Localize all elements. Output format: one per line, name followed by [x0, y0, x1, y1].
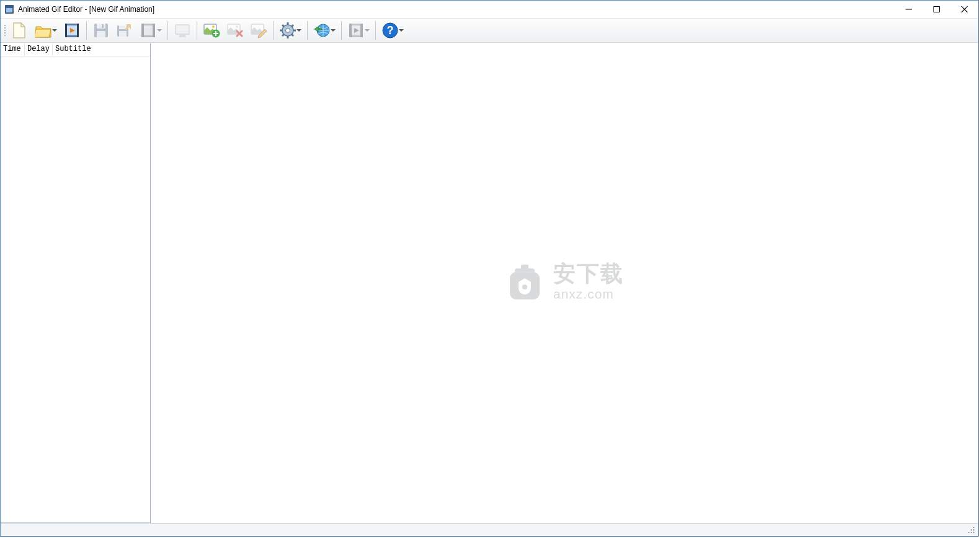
minimize-button[interactable] — [894, 1, 922, 18]
frame-list-header: Time Delay Subtitle — [1, 43, 150, 56]
preview-button[interactable] — [171, 19, 194, 42]
save-button[interactable] — [90, 19, 112, 42]
film-import-icon — [63, 22, 81, 39]
save-icon — [92, 22, 110, 39]
svg-rect-49 — [973, 529, 974, 531]
toolbar: ? — [1, 19, 978, 43]
frame-list-body[interactable] — [1, 56, 150, 522]
svg-rect-44 — [521, 264, 528, 269]
toolbar-separator — [307, 21, 308, 40]
close-button[interactable] — [950, 1, 978, 18]
watermark-cn: 安下载 — [553, 262, 624, 285]
watermark-badge-icon — [505, 259, 545, 303]
edit-frame-button[interactable] — [247, 19, 270, 42]
folder-open-icon — [35, 22, 52, 39]
column-header-subtitle[interactable]: Subtitle — [53, 43, 150, 56]
export-video-button[interactable] — [137, 19, 164, 42]
chevron-down-icon — [52, 22, 57, 39]
toolbar-separator — [167, 21, 168, 40]
svg-rect-47 — [973, 532, 974, 533]
window-title: Animated Gif Editor - [New Gif Animation… — [18, 5, 894, 14]
app-icon — [4, 4, 14, 14]
svg-rect-50 — [968, 532, 969, 533]
titlebar: Animated Gif Editor - [New Gif Animation… — [1, 1, 978, 19]
gear-icon — [279, 22, 296, 39]
image-delete-icon — [226, 22, 244, 39]
watermark-domain: anxz.com — [553, 287, 624, 300]
svg-rect-3 — [906, 9, 912, 10]
save-as-button[interactable] — [114, 19, 136, 42]
new-button[interactable] — [9, 19, 31, 42]
chevron-down-icon — [399, 22, 404, 39]
toolbar-separator — [341, 21, 342, 40]
svg-rect-52 — [973, 527, 974, 528]
svg-rect-2 — [6, 6, 12, 8]
add-frame-button[interactable] — [200, 19, 223, 42]
statusbar — [1, 523, 978, 536]
delete-frame-button[interactable] — [224, 19, 246, 42]
watermark-text: 安下载 anxz.com — [553, 262, 624, 300]
open-button[interactable] — [32, 19, 60, 42]
canvas-panel[interactable]: 安下载 anxz.com — [151, 43, 978, 523]
window-controls — [894, 1, 978, 18]
toolbar-separator — [375, 21, 376, 40]
chevron-down-icon — [331, 22, 336, 39]
help-icon — [381, 22, 399, 39]
toolbar-grip[interactable] — [3, 21, 7, 40]
import-video-button[interactable] — [61, 19, 83, 42]
chevron-down-icon — [296, 22, 301, 39]
new-file-icon — [11, 22, 29, 39]
toolbar-separator — [273, 21, 274, 40]
settings-button[interactable] — [277, 19, 304, 42]
preview-icon — [174, 22, 191, 39]
image-add-icon — [203, 22, 220, 39]
web-button[interactable] — [311, 19, 338, 42]
svg-rect-4 — [933, 7, 939, 12]
column-header-delay[interactable]: Delay — [25, 43, 53, 56]
film-export-icon — [140, 22, 157, 39]
image-edit-icon — [250, 22, 267, 39]
svg-point-46 — [522, 284, 527, 289]
globe-arrow-icon — [313, 22, 331, 39]
content-area: Time Delay Subtitle 安下载 — [1, 43, 978, 523]
svg-rect-48 — [971, 532, 972, 533]
frame-list-panel: Time Delay Subtitle — [1, 43, 151, 523]
play-button[interactable] — [345, 19, 372, 42]
help-button[interactable] — [379, 19, 406, 42]
app-window: Animated Gif Editor - [New Gif Animation… — [0, 0, 979, 537]
resize-grip[interactable] — [967, 526, 976, 534]
watermark: 安下载 anxz.com — [505, 259, 624, 303]
svg-rect-51 — [971, 529, 972, 531]
film-play-icon — [347, 22, 365, 39]
toolbar-separator — [197, 21, 197, 40]
chevron-down-icon — [157, 22, 162, 39]
chevron-down-icon — [365, 22, 370, 39]
svg-rect-45 — [510, 272, 540, 299]
save-as-icon — [116, 22, 133, 39]
column-header-time[interactable]: Time — [1, 43, 25, 56]
toolbar-separator — [86, 21, 87, 40]
maximize-button[interactable] — [922, 1, 950, 18]
